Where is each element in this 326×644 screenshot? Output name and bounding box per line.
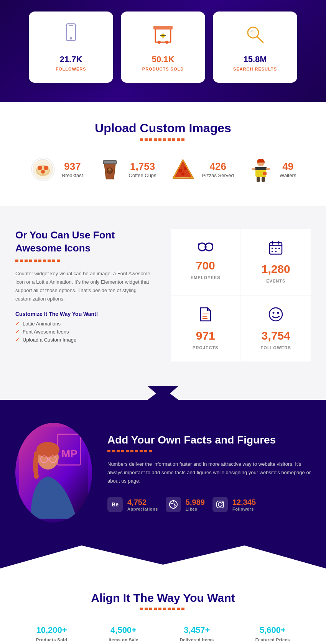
behance-icon: Be (107, 497, 123, 512)
products-sold-item: 10,200+ Products Sold (36, 625, 67, 644)
calendar-icon (269, 240, 283, 258)
person-silhouette: MP (19, 427, 88, 519)
svg-point-2 (70, 37, 72, 39)
dribbble-info: 5,989 Likes (186, 498, 205, 511)
food-stats: 937 Breakfast 1,753 Coffee Cups (23, 156, 303, 183)
feature-upload: Upload a Custom Image (15, 337, 155, 343)
align-underline (140, 608, 186, 610)
svg-line-47 (213, 243, 213, 245)
svg-rect-37 (255, 167, 267, 170)
events-metric: 1,280 EVENTS (241, 229, 311, 295)
svg-rect-54 (278, 248, 280, 249)
coffee-label: Coffee Cups (129, 172, 156, 178)
svg-point-31 (178, 169, 182, 172)
font-left-panel: Or You Can Use Font Awesome Icons Counte… (15, 229, 171, 361)
followers-icon-area (44, 23, 98, 46)
svg-point-15 (250, 30, 253, 32)
phone-icon (63, 23, 79, 46)
followers2-label: FOLLOWERS (261, 345, 291, 350)
svg-text:MP: MP (61, 448, 77, 460)
social-stats: Be 4,752 Appreciations 5,989 Like (107, 497, 311, 512)
align-title: Align It The Way You Want (15, 591, 311, 605)
followers-card: 21.7K FOLLOWERS (29, 12, 113, 83)
followers-label: FOLLOWERS (44, 67, 98, 71)
pizza-label: Pizzas Served (202, 172, 234, 178)
breakfast-icon (30, 156, 57, 183)
products-icon-area (136, 23, 190, 46)
svg-rect-41 (262, 177, 265, 182)
waiters-item: 49 Waiters (247, 156, 296, 183)
smiley-icon (268, 307, 283, 325)
svg-rect-56 (275, 251, 277, 252)
items-on-sale-item: 4,500+ Items on Sale (109, 625, 138, 644)
font-awesome-section: Or You Can Use Font Awesome Icons Counte… (0, 206, 326, 384)
font-awesome-title: Or You Can Use Font Awesome Icons (15, 229, 155, 255)
svg-rect-39 (266, 168, 270, 170)
search-number: 15.8M (228, 50, 282, 64)
followers2-metric: 3,754 FOLLOWERS (241, 296, 311, 361)
instagram-label: Followers (232, 507, 256, 511)
pizza-item: 426 Pizzas Served (170, 156, 234, 183)
svg-point-62 (277, 312, 279, 314)
feature-fa: Font Awesome Icons (15, 329, 155, 335)
cart-icon (151, 25, 175, 44)
employees-label: EMPLOYEES (191, 275, 220, 280)
featured-label: Featured Prices (255, 637, 290, 642)
pizza-number: 426 (202, 161, 234, 172)
upload-section: Upload Custom Images 937 Breakfast (0, 102, 326, 206)
svg-rect-52 (272, 248, 273, 249)
dark-underline (107, 450, 153, 452)
search-icon (245, 24, 266, 45)
svg-point-32 (184, 167, 187, 170)
projects-metric: 971 PROJECTS (171, 296, 240, 361)
dribbble-item: 5,989 Likes (166, 497, 205, 512)
instagram-item: 12,345 Followers (212, 497, 256, 512)
behance-number: 4,752 (127, 498, 158, 507)
svg-point-33 (181, 172, 184, 176)
glasses-icon (198, 240, 213, 255)
portrait-image: MP (15, 423, 92, 522)
waiters-label: Waiters (280, 172, 296, 178)
search-icon-area (228, 23, 282, 46)
svg-point-20 (38, 166, 42, 170)
items-on-sale-label: Items on Sale (109, 637, 138, 642)
delivered-items-item: 3,457+ Delivered Items (180, 625, 214, 644)
dark-right-content: Add Your Own Facts and Figures Numbers d… (107, 433, 311, 513)
feature-lottie: Lottie Animations (15, 321, 155, 327)
followers2-number: 3,754 (262, 329, 290, 342)
waiters-number: 49 (280, 161, 296, 172)
employees-number: 700 (196, 259, 215, 272)
events-number: 1,280 (262, 263, 290, 276)
svg-rect-24 (104, 161, 116, 163)
svg-point-7 (158, 41, 161, 44)
svg-line-46 (198, 243, 198, 245)
search-label: SEARCH RESULTS (228, 67, 282, 71)
instagram-number: 12,345 (232, 498, 256, 507)
svg-rect-40 (257, 177, 260, 182)
svg-rect-1 (69, 25, 73, 26)
delivered-label: Delivered Items (180, 637, 214, 642)
customize-title: Customize It The Way You Want! (15, 311, 155, 317)
waiters-info: 49 Waiters (280, 161, 296, 178)
stats-section: 21.7K FOLLOWERS 50.1K PRODUCTS SOLD (0, 0, 326, 102)
pizza-info: 426 Pizzas Served (202, 161, 234, 178)
svg-point-27 (108, 168, 111, 171)
svg-point-74 (222, 502, 223, 503)
dribbble-number: 5,989 (186, 498, 205, 507)
behance-label: Appreciations (127, 507, 158, 511)
instagram-info: 12,345 Followers (232, 498, 256, 511)
behance-item: Be 4,752 Appreciations (107, 497, 158, 512)
dark-desc: Numbers deliver the information faster a… (107, 460, 311, 485)
dark-section: MP Add Your Own Facts and Figures Number… (0, 400, 326, 545)
coffee-icon (97, 156, 123, 183)
featured-prices-item: 5,600+ Featured Prices $ (255, 625, 290, 644)
svg-rect-55 (272, 251, 273, 252)
upload-underline (140, 138, 186, 141)
svg-point-73 (218, 503, 222, 506)
coffee-info: 1,753 Coffee Cups (129, 161, 156, 178)
breakfast-item: 937 Breakfast (30, 156, 83, 183)
svg-point-67 (36, 442, 59, 457)
search-card: 15.8M SEARCH RESULTS (213, 12, 297, 83)
products-sold-label: Products Sold (36, 637, 67, 642)
instagram-icon (212, 497, 228, 512)
